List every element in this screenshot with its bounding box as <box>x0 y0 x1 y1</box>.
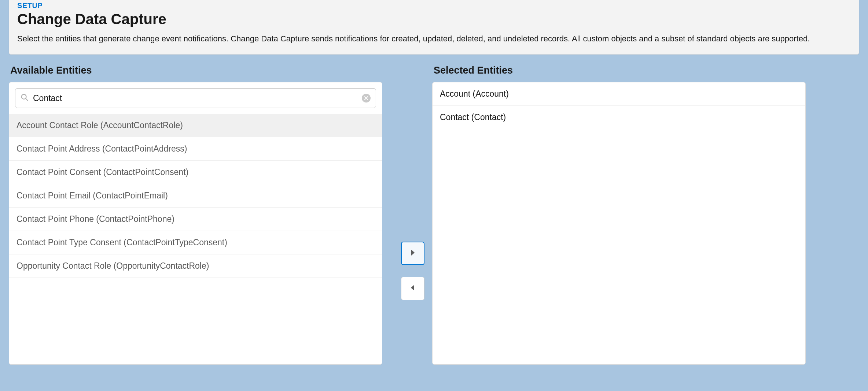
available-entity-item[interactable]: Contact Point Email (ContactPointEmail) <box>9 184 382 208</box>
arrow-right-icon <box>410 249 415 257</box>
available-entity-item[interactable]: Account Contact Role (AccountContactRole… <box>9 114 382 137</box>
transfer-buttons <box>401 242 424 300</box>
selected-column: Selected Entities Account (Account) Cont… <box>432 58 806 365</box>
svg-line-1 <box>26 98 28 101</box>
search-box[interactable] <box>15 88 376 108</box>
clear-icon[interactable] <box>362 94 371 103</box>
svg-marker-5 <box>411 285 414 291</box>
available-entity-item[interactable]: Contact Point Type Consent (ContactPoint… <box>9 231 382 254</box>
selected-entity-item[interactable]: Account (Account) <box>433 82 805 106</box>
available-column: Available Entities <box>9 58 382 365</box>
move-right-button[interactable] <box>401 242 424 265</box>
available-entity-item[interactable]: Contact Point Phone (ContactPointPhone) <box>9 208 382 231</box>
selected-panel: Account (Account) Contact (Contact) <box>432 82 806 365</box>
selected-entity-item[interactable]: Contact (Contact) <box>433 106 805 129</box>
move-left-button[interactable] <box>401 277 424 300</box>
eyebrow-label: SETUP <box>17 0 851 11</box>
dual-listbox: Available Entities <box>0 58 868 365</box>
page-title: Change Data Capture <box>17 11 851 27</box>
available-entity-item[interactable]: Opportunity Contact Role (OpportunityCon… <box>9 254 382 278</box>
svg-marker-4 <box>411 250 415 256</box>
search-container <box>9 82 382 114</box>
available-entity-item[interactable]: Contact Point Address (ContactPointAddre… <box>9 137 382 161</box>
page-description: Select the entities that generate change… <box>17 33 851 45</box>
arrow-left-icon <box>410 284 415 293</box>
selected-heading: Selected Entities <box>434 65 806 76</box>
available-heading: Available Entities <box>10 65 382 76</box>
search-icon <box>21 93 29 103</box>
available-panel: Account Contact Role (AccountContactRole… <box>9 82 382 365</box>
search-input[interactable] <box>33 93 362 103</box>
page-header: SETUP Change Data Capture Select the ent… <box>9 0 859 55</box>
available-entity-item[interactable]: Contact Point Consent (ContactPointConse… <box>9 161 382 184</box>
